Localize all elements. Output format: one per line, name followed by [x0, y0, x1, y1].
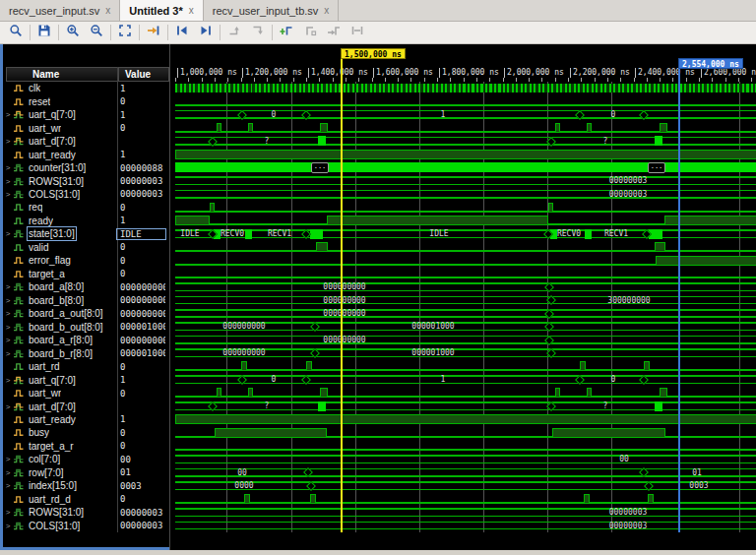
- wave-row-uart-wr[interactable]: [175, 387, 756, 400]
- wave-row-index-15-0-[interactable]: 00000003: [175, 479, 756, 492]
- signal-row-cols-31-0-[interactable]: >COLS[31:0]00000003: [3, 520, 166, 532]
- expander-chevron-icon[interactable]: >: [3, 323, 13, 332]
- wave-row-req[interactable]: [175, 201, 756, 214]
- wave-row-uart-rd-d[interactable]: [175, 493, 756, 506]
- wave-row-clk[interactable]: [175, 82, 756, 94]
- edge-marker-button[interactable]: [298, 24, 322, 42]
- expander-chevron-icon[interactable]: >: [3, 402, 13, 411]
- tab-recv-user-input-tb-sv[interactable]: recv_user_input_tb.svx: [204, 0, 340, 21]
- tab-untitled-3-[interactable]: Untitled 3*x: [120, 0, 203, 21]
- expander-chevron-icon[interactable]: >: [3, 177, 13, 186]
- wave-row-board-a-out-8-0-[interactable]: 000000000: [175, 307, 756, 320]
- signal-row-target-a[interactable]: target_a0: [3, 268, 166, 280]
- signal-row-index-15-0-[interactable]: >index[15:0]0003: [3, 479, 166, 492]
- signal-row-board-a-out-8-0-[interactable]: >board_a_out[8:0]000000000: [3, 307, 166, 320]
- signal-row-reset[interactable]: reset0: [3, 94, 166, 107]
- signal-row-uart-d-7-0-[interactable]: >uart_d[7:0]: [3, 400, 166, 412]
- expander-chevron-icon[interactable]: >: [3, 282, 13, 291]
- signal-row-busy[interactable]: busy0: [3, 426, 166, 439]
- signal-row-uart-rd[interactable]: uart_rd0: [3, 360, 166, 373]
- signal-row-uart-q-7-0-[interactable]: >uart_q[7:0]1: [3, 373, 166, 386]
- wave-row-uart-ready[interactable]: [175, 413, 756, 426]
- wave-row-uart-rd[interactable]: [175, 360, 756, 373]
- wave-row-cols-31-0-[interactable]: 00000003: [175, 188, 756, 201]
- wave-row-uart-d-7-0-[interactable]: ??: [175, 135, 756, 148]
- wave-row-cols-31-0-[interactable]: 00000003: [175, 520, 756, 532]
- expander-chevron-icon[interactable]: >: [3, 309, 13, 318]
- wave-row-error-flag[interactable]: [175, 254, 756, 267]
- previous-transition-button[interactable]: [170, 24, 194, 42]
- signal-row-board-b-r-8-0-[interactable]: >board_b_r[8:0]000001000: [3, 346, 166, 359]
- save-button[interactable]: [32, 24, 56, 42]
- signal-row-uart-rd-d[interactable]: uart_rd_d0: [3, 493, 166, 506]
- wave-row-board-b-8-0-[interactable]: 000000000300000000: [175, 294, 756, 307]
- expander-chevron-icon[interactable]: >: [3, 190, 13, 199]
- wave-row-rows-31-0-[interactable]: 00000003: [175, 174, 756, 187]
- expander-chevron-icon[interactable]: >: [3, 508, 13, 517]
- signal-row-valid[interactable]: valid0: [3, 241, 166, 254]
- signal-row-req[interactable]: req0: [3, 201, 166, 214]
- secondary-cursor-line[interactable]: [678, 58, 680, 532]
- signal-row-cols-31-0-[interactable]: >COLS[31:0]00000003: [3, 188, 166, 201]
- wave-row-uart-q-7-0-[interactable]: 010: [175, 373, 756, 386]
- wave-row-state-31-0-[interactable]: IDLERECV0RECV1IDLERECV0RECV1: [175, 227, 756, 240]
- signal-row-counter-31-0-[interactable]: >counter[31:0]00000088: [3, 161, 166, 174]
- next-transition-button[interactable]: [194, 24, 218, 42]
- zoom-in-button[interactable]: [61, 24, 85, 42]
- wave-row-uart-d-7-0-[interactable]: ??: [175, 400, 756, 412]
- go-to-edge-button[interactable]: [322, 24, 346, 42]
- swap-up-button[interactable]: [222, 24, 246, 42]
- goto-cursor-button[interactable]: [142, 24, 165, 42]
- zoom-fit-button[interactable]: [113, 24, 137, 42]
- expander-chevron-icon[interactable]: >: [3, 137, 13, 146]
- expander-chevron-icon[interactable]: >: [3, 296, 13, 305]
- signal-row-board-b-8-0-[interactable]: >board_b[8:0]000000000: [3, 294, 166, 307]
- wave-row-ready[interactable]: [175, 215, 756, 227]
- primary-cursor-line[interactable]: [341, 49, 343, 532]
- expander-chevron-icon[interactable]: >: [3, 481, 13, 490]
- wave-row-target-a[interactable]: [175, 268, 756, 280]
- expander-chevron-icon[interactable]: >: [3, 522, 13, 530]
- expander-chevron-icon[interactable]: >: [3, 336, 13, 344]
- signal-row-error-flag[interactable]: error_flag0: [3, 254, 166, 267]
- swap-down-button[interactable]: [246, 24, 270, 42]
- signal-row-uart-wr[interactable]: uart_wr0: [3, 121, 166, 134]
- signal-row-uart-wr[interactable]: uart_wr0: [3, 387, 166, 400]
- wave-row-reset[interactable]: [175, 94, 756, 107]
- wave-row-board-b-r-8-0-[interactable]: 000000000000001000: [175, 346, 756, 359]
- expander-chevron-icon[interactable]: >: [3, 468, 13, 477]
- tab-close-icon[interactable]: x: [105, 5, 110, 16]
- signal-row-row-7-0-[interactable]: >row[7:0]01: [3, 466, 166, 479]
- wave-row-row-7-0-[interactable]: 0001: [175, 466, 756, 479]
- wave-row-valid[interactable]: [175, 241, 756, 254]
- wave-row-board-b-out-8-0-[interactable]: 000000000000001000: [175, 320, 756, 333]
- primary-cursor-label[interactable]: 1,500,000 ns: [341, 48, 406, 59]
- signal-row-rows-31-0-[interactable]: >ROWS[31:0]00000003: [3, 174, 166, 187]
- tab-recv-user-input-sv[interactable]: recv_user_input.svx: [0, 0, 120, 21]
- find-button[interactable]: [4, 24, 28, 42]
- signal-row-uart-ready[interactable]: uart_ready1: [3, 413, 166, 426]
- tab-close-icon[interactable]: x: [189, 5, 194, 16]
- wave-row-counter-31-0-[interactable]: ......: [175, 161, 756, 174]
- wave-row-uart-wr[interactable]: [175, 121, 756, 134]
- signal-row-uart-q-7-0-[interactable]: >uart_q[7:0]1: [3, 108, 166, 121]
- tab-close-icon[interactable]: x: [324, 5, 329, 16]
- wave-row-rows-31-0-[interactable]: 00000003: [175, 506, 756, 519]
- signal-row-board-b-out-8-0-[interactable]: >board_b_out[8:0]000001000: [3, 320, 166, 333]
- wave-row-uart-q-7-0-[interactable]: 010: [175, 108, 756, 121]
- signal-row-board-a-8-0-[interactable]: >board_a[8:0]000000000: [3, 280, 166, 293]
- expander-chevron-icon[interactable]: >: [3, 455, 13, 463]
- wave-row-target-a-r[interactable]: [175, 440, 756, 453]
- expander-chevron-icon[interactable]: >: [3, 163, 13, 172]
- expander-chevron-icon[interactable]: >: [3, 110, 13, 119]
- zoom-out-button[interactable]: [85, 24, 108, 42]
- wave-row-col-7-0-[interactable]: 00: [175, 453, 756, 465]
- signal-row-uart-d-7-0-[interactable]: >uart_d[7:0]: [3, 135, 166, 148]
- wave-row-busy[interactable]: [175, 426, 756, 439]
- signal-row-clk[interactable]: clk1: [3, 82, 166, 94]
- expander-chevron-icon[interactable]: >: [3, 349, 13, 358]
- fit-width-button[interactable]: [346, 24, 369, 42]
- signal-row-rows-31-0-[interactable]: >ROWS[31:0]00000003: [3, 506, 166, 519]
- signal-row-uart-ready[interactable]: uart_ready1: [3, 148, 166, 160]
- wave-row-uart-ready[interactable]: [175, 148, 756, 160]
